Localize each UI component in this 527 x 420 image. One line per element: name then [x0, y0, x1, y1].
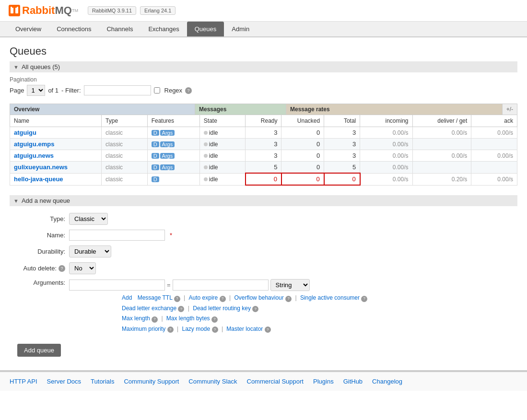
type-select[interactable]: Classic Quorum [69, 213, 108, 225]
main-content: Queues ▼ All queues (5) Pagination Page … [0, 37, 527, 370]
table-row[interactable]: atguigu.empsclassicDArgsidle3030.00/s [10, 139, 517, 150]
add-queue-arrow-icon: ▼ [13, 198, 19, 204]
queue-ready-cell: 3 [246, 127, 281, 139]
queue-name-link[interactable]: gulixueyuan.news [14, 163, 68, 171]
add-queue-button[interactable]: Add queue [17, 344, 61, 357]
col-header-ready: Ready [246, 115, 281, 127]
queue-deliver-get-cell: 0.00/s [412, 150, 471, 162]
auto-delete-help-icon[interactable]: ? [59, 265, 65, 272]
args-key-input[interactable] [69, 280, 165, 291]
nav-admin[interactable]: Admin [224, 22, 257, 36]
queue-name-cell[interactable]: hello-java-queue [10, 173, 102, 185]
footer-community-support[interactable]: Community Support [124, 378, 179, 385]
args-badge[interactable]: Args [160, 141, 175, 147]
queue-name-link[interactable]: atguigu [14, 129, 36, 136]
auto-delete-select[interactable]: No Yes [69, 262, 96, 274]
footer-commercial-support[interactable]: Commercial Support [247, 378, 304, 385]
master-locator-link[interactable]: Master locator [226, 326, 263, 332]
max-length-bytes-link[interactable]: Max length bytes [166, 315, 210, 322]
table-row[interactable]: hello-java-queueclassicDidle0000.00/s0.2… [10, 173, 517, 185]
dead-letter-exchange-help-icon[interactable]: ? [178, 306, 184, 312]
name-input[interactable] [69, 230, 165, 241]
max-length-help-icon[interactable]: ? [152, 316, 158, 323]
max-length-link[interactable]: Max length [122, 315, 150, 322]
state-dot-icon [204, 165, 208, 169]
footer-community-slack[interactable]: Community Slack [188, 378, 237, 385]
footer-github[interactable]: GitHub [343, 378, 363, 385]
durable-badge: D [152, 153, 159, 159]
logo-mq: MQ [55, 4, 71, 17]
table-row[interactable]: atguigu.newsclassicDArgsidle3030.00/s0.0… [10, 150, 517, 162]
page-select[interactable]: 1 [27, 85, 45, 96]
nav-connections[interactable]: Connections [49, 22, 99, 36]
state-dot-icon [204, 177, 208, 181]
add-queue-section-header[interactable]: ▼ Add a new queue [10, 195, 517, 206]
table-row[interactable]: atguiguclassicDArgsidle3030.00/s0.00/s0.… [10, 127, 517, 139]
single-active-help-icon[interactable]: ? [361, 296, 367, 302]
overflow-behaviour-link[interactable]: Overflow behaviour [234, 294, 283, 301]
state-dot-icon [204, 142, 208, 146]
durability-select[interactable]: Durable Transient [69, 245, 111, 257]
sep-6: | [161, 315, 164, 322]
pagination-label: Pagination [10, 76, 517, 83]
filter-label: - Filter: [61, 87, 81, 94]
message-ttl-help-icon[interactable]: ? [174, 296, 180, 302]
dead-letter-routing-help-icon[interactable]: ? [252, 306, 258, 312]
footer-http-api[interactable]: HTTP API [10, 378, 37, 385]
lazy-mode-link[interactable]: Lazy mode [182, 326, 210, 332]
lazy-mode-help-icon[interactable]: ? [212, 327, 218, 333]
queue-total-cell: 3 [324, 139, 360, 150]
footer-plugins[interactable]: Plugins [313, 378, 334, 385]
add-args-link[interactable]: Add [122, 294, 132, 301]
queue-name-cell[interactable]: gulixueyuan.news [10, 162, 102, 174]
queue-name-cell[interactable]: atguigu.news [10, 150, 102, 162]
col-group-plus-minus[interactable]: +/- [503, 104, 517, 115]
nav-queues[interactable]: Queues [187, 22, 224, 36]
regex-help-icon[interactable]: ? [185, 87, 192, 94]
regex-checkbox[interactable] [154, 87, 160, 93]
max-length-bytes-help-icon[interactable]: ? [211, 316, 218, 323]
queue-state-cell: idle [199, 173, 246, 185]
table-row[interactable]: gulixueyuan.newsclassicDArgsidle5050.00/… [10, 162, 517, 174]
sep-5: | [188, 305, 191, 312]
dead-letter-exchange-link[interactable]: Dead letter exchange [122, 305, 176, 312]
name-row: Name: * [17, 230, 510, 241]
auto-expire-help-icon[interactable]: ? [220, 296, 226, 302]
auto-expire-link[interactable]: Auto expire [189, 294, 218, 301]
args-badge[interactable]: Args [160, 153, 175, 159]
queue-name-link[interactable]: atguigu.news [14, 152, 54, 159]
auto-delete-row: Auto delete: ? No Yes [17, 262, 510, 274]
maximum-priority-link[interactable]: Maximum priority [122, 326, 165, 332]
overflow-help-icon[interactable]: ? [285, 296, 292, 302]
footer-tutorials[interactable]: Tutorials [91, 378, 114, 385]
master-locator-help-icon[interactable]: ? [265, 327, 271, 333]
nav-channels[interactable]: Channels [99, 22, 141, 36]
queue-incoming-cell: 0.00/s [360, 150, 412, 162]
col-header-type: Type [102, 115, 148, 127]
args-type-select[interactable]: String Number Boolean [270, 279, 310, 291]
dead-letter-routing-key-link[interactable]: Dead letter routing key [193, 305, 251, 312]
durability-row: Durability: Durable Transient [17, 245, 510, 257]
footer-server-docs[interactable]: Server Docs [47, 378, 82, 385]
args-eq-sign: = [167, 281, 171, 289]
footer-changelog[interactable]: Changelog [372, 378, 402, 385]
max-priority-help-icon[interactable]: ? [167, 327, 174, 333]
single-active-consumer-link[interactable]: Single active consumer [300, 294, 360, 301]
queue-name-cell[interactable]: atguigu [10, 127, 102, 139]
queue-ready-cell: 3 [246, 139, 281, 150]
all-queues-section-header[interactable]: ▼ All queues (5) [10, 61, 517, 72]
queue-name-cell[interactable]: atguigu.emps [10, 139, 102, 150]
type-row: Type: Classic Quorum [17, 213, 510, 225]
queue-name-link[interactable]: atguigu.emps [14, 140, 55, 148]
filter-input[interactable] [84, 85, 151, 95]
args-badge[interactable]: Args [160, 164, 175, 170]
auto-delete-label: Auto delete: ? [17, 265, 65, 272]
args-badge[interactable]: Args [160, 130, 175, 136]
queue-name-link[interactable]: hello-java-queue [14, 175, 63, 183]
col-header-incoming: incoming [360, 115, 412, 127]
arguments-inputs: = String Number Boolean Add Message TTL … [69, 279, 367, 334]
message-ttl-link[interactable]: Message TTL [138, 294, 173, 301]
args-val-input[interactable] [173, 280, 269, 291]
nav-exchanges[interactable]: Exchanges [141, 22, 187, 36]
nav-overview[interactable]: Overview [8, 22, 49, 36]
